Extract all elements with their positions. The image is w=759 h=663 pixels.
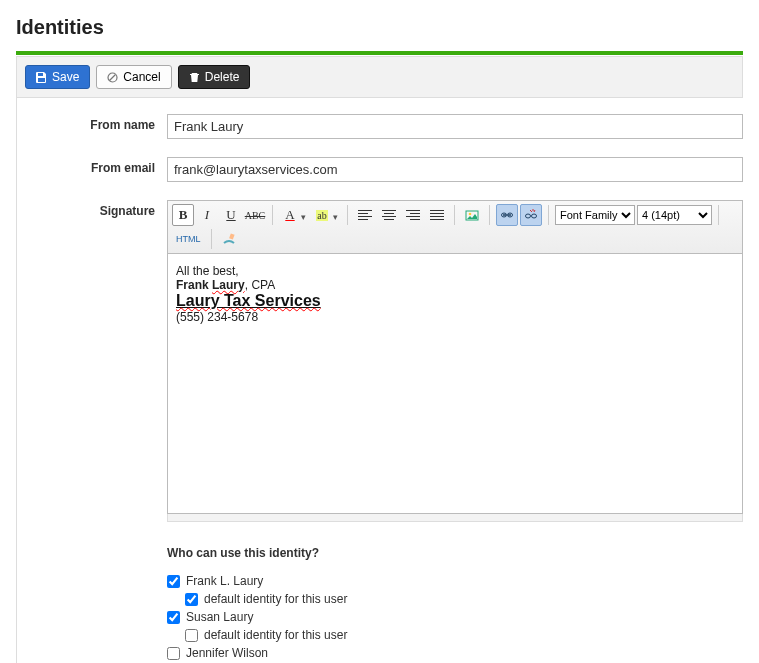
align-center-button[interactable]: [378, 204, 400, 226]
svg-point-7: [532, 214, 537, 218]
trash-icon: [189, 72, 200, 83]
user-checkbox[interactable]: [167, 647, 180, 660]
chevron-down-icon: ▾: [301, 212, 306, 222]
chevron-down-icon: ▾: [333, 212, 338, 222]
svg-rect-11: [229, 233, 234, 239]
user-checkbox[interactable]: [167, 575, 180, 588]
signature-line-link: Laury Tax Services: [176, 292, 734, 310]
text-color-button[interactable]: A ▾: [279, 204, 301, 226]
signature-line-greeting: All the best,: [176, 264, 734, 278]
underline-button[interactable]: U: [220, 204, 242, 226]
bold-button[interactable]: B: [172, 204, 194, 226]
signature-label: Signature: [17, 200, 167, 218]
separator: [548, 205, 549, 225]
default-identity-label: default identity for this user: [204, 592, 347, 606]
strike-button[interactable]: ABC: [244, 204, 266, 226]
editor-resize-handle[interactable]: [167, 514, 743, 522]
user-name-label: Frank L. Laury: [186, 574, 263, 588]
link-button[interactable]: [496, 204, 518, 226]
signature-line-name: Frank Laury, CPA: [176, 278, 734, 292]
html-source-label: HTML: [176, 234, 201, 244]
separator: [211, 229, 212, 249]
font-family-select[interactable]: Font Family: [555, 205, 635, 225]
default-identity-checkbox[interactable]: [185, 593, 198, 606]
separator: [347, 205, 348, 225]
clear-formatting-button[interactable]: [218, 228, 240, 250]
user-name-label: Susan Laury: [186, 610, 253, 624]
cancel-icon: [107, 72, 118, 83]
editor-toolbar: B I U ABC A ▾ ab ▾: [167, 200, 743, 254]
user-checkbox-row: Frank L. Laury: [167, 574, 743, 588]
insert-image-button[interactable]: [461, 204, 483, 226]
svg-line-8: [530, 210, 532, 212]
cancel-button[interactable]: Cancel: [96, 65, 171, 89]
align-right-button[interactable]: [402, 204, 424, 226]
save-button-label: Save: [52, 71, 79, 83]
access-heading: Who can use this identity?: [167, 546, 743, 560]
svg-line-10: [534, 210, 535, 212]
save-button[interactable]: Save: [25, 65, 90, 89]
delete-button[interactable]: Delete: [178, 65, 251, 89]
page-title: Identities: [16, 16, 743, 39]
separator: [454, 205, 455, 225]
align-justify-button[interactable]: [426, 204, 448, 226]
signature-line-phone: (555) 234-5678: [176, 310, 734, 324]
highlight-button[interactable]: ab ▾: [311, 204, 333, 226]
from-email-label: From email: [17, 157, 167, 175]
svg-point-6: [526, 214, 531, 218]
access-section: Who can use this identity? Frank L. Laur…: [167, 546, 743, 660]
default-identity-checkbox[interactable]: [185, 629, 198, 642]
save-icon: [36, 72, 47, 83]
cancel-button-label: Cancel: [123, 71, 160, 83]
accent-bar: [16, 51, 743, 55]
action-toolbar: Save Cancel Delete: [16, 56, 743, 98]
separator: [718, 205, 719, 225]
from-name-label: From name: [17, 114, 167, 132]
font-size-select[interactable]: 4 (14pt): [637, 205, 712, 225]
align-left-button[interactable]: [354, 204, 376, 226]
svg-point-3: [469, 213, 472, 216]
html-source-button[interactable]: HTML: [172, 228, 205, 250]
user-name-label: Jennifer Wilson: [186, 646, 268, 660]
user-checkbox-row: Jennifer Wilson: [167, 646, 743, 660]
delete-button-label: Delete: [205, 71, 240, 83]
separator: [272, 205, 273, 225]
from-email-input[interactable]: [167, 157, 743, 182]
user-checkbox[interactable]: [167, 611, 180, 624]
unlink-button[interactable]: [520, 204, 542, 226]
svg-line-1: [110, 74, 116, 80]
default-identity-row: default identity for this user: [185, 628, 743, 642]
form-content: From name From email Signature B I U ABC…: [16, 98, 743, 663]
signature-editor[interactable]: All the best, Frank Laury, CPA Laury Tax…: [167, 254, 743, 514]
user-checkbox-row: Susan Laury: [167, 610, 743, 624]
default-identity-row: default identity for this user: [185, 592, 743, 606]
default-identity-label: default identity for this user: [204, 628, 347, 642]
italic-button[interactable]: I: [196, 204, 218, 226]
separator: [489, 205, 490, 225]
signature-link[interactable]: Laury Tax Services: [176, 292, 321, 309]
from-name-input[interactable]: [167, 114, 743, 139]
